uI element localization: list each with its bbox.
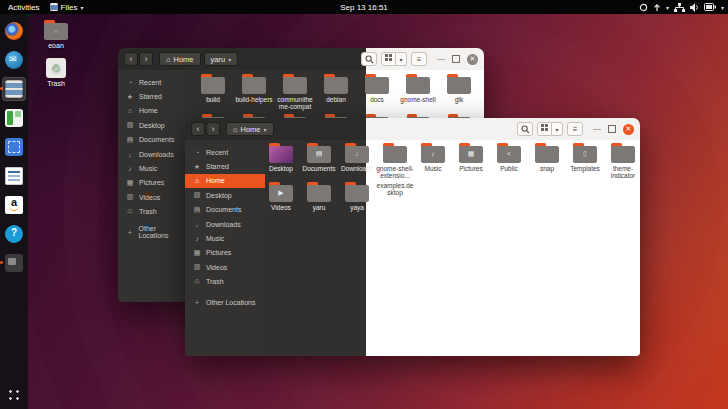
chevron-down-icon: ▾ bbox=[721, 4, 724, 11]
file-build-helpers[interactable]: build-helpers bbox=[234, 74, 274, 103]
sidebar-item-home[interactable]: ⌂Home bbox=[185, 174, 265, 188]
view-options-caret[interactable]: ▾ bbox=[396, 52, 407, 66]
dock-item-writer[interactable] bbox=[2, 164, 26, 188]
sidebar-item-pictures[interactable]: ▦Pictures bbox=[118, 176, 185, 190]
activities-button[interactable]: Activities bbox=[8, 3, 40, 12]
sidebar-item-starred[interactable]: ★Starred bbox=[118, 89, 185, 103]
file-gnome-shell[interactable]: gnome-shell bbox=[398, 74, 438, 103]
forward-button[interactable]: › bbox=[206, 122, 220, 136]
file-yaru[interactable]: yaru bbox=[299, 182, 339, 211]
hamburger-menu-icon[interactable]: ≡ bbox=[567, 122, 583, 136]
dock-item-calc[interactable] bbox=[2, 106, 26, 130]
network-icon[interactable] bbox=[674, 3, 685, 12]
back-button[interactable]: ‹ bbox=[191, 122, 205, 136]
status-circle-icon[interactable] bbox=[639, 3, 648, 12]
sidebar-item-videos[interactable]: ▥Videos bbox=[185, 260, 265, 274]
dock-item-thunderbird[interactable] bbox=[2, 48, 26, 72]
sidebar-item-starred[interactable]: ★Starred bbox=[185, 159, 265, 173]
sidebar-item-label: Starred bbox=[139, 93, 162, 100]
dock-item-show-apps[interactable] bbox=[2, 383, 26, 407]
file-label: Music bbox=[413, 165, 453, 172]
sidebar-item-documents[interactable]: ▤Documents bbox=[118, 133, 185, 147]
file-videos[interactable]: ▶Videos bbox=[261, 182, 301, 211]
titlebar[interactable]: ‹ › ⌂Homeyaru▾ ▾ ≡ — ✕ bbox=[118, 48, 484, 70]
sidebar-item-recent[interactable]: ◔Recent bbox=[185, 145, 265, 159]
sidebar-item-pictures[interactable]: ▦Pictures bbox=[185, 246, 265, 260]
hamburger-menu-icon[interactable]: ≡ bbox=[411, 52, 427, 66]
clock[interactable]: Sep 13 16:51 bbox=[340, 3, 388, 12]
file-build[interactable]: build bbox=[193, 74, 233, 103]
sidebar-item-downloads[interactable]: ↓Downloads bbox=[185, 217, 265, 231]
trash-icon: ♲ bbox=[43, 58, 69, 78]
desktop-icon-eoan[interactable]: ⌂eoan bbox=[34, 20, 78, 49]
sidebar-item-desktop[interactable]: ▧Desktop bbox=[118, 118, 185, 132]
sidebar-item-label: Other Locations bbox=[206, 299, 255, 306]
file-label: build-helpers bbox=[234, 96, 274, 103]
forward-button[interactable]: › bbox=[139, 52, 153, 66]
file-public[interactable]: <Public bbox=[489, 143, 529, 172]
maximize-button[interactable] bbox=[452, 55, 460, 63]
dock-item-firefox[interactable] bbox=[2, 19, 26, 43]
view-options-caret[interactable]: ▾ bbox=[552, 122, 563, 136]
battery-icon[interactable] bbox=[704, 3, 716, 11]
sidebar-item-videos[interactable]: ▥Videos bbox=[118, 190, 185, 204]
view-toggle-button[interactable]: ▾ bbox=[381, 52, 407, 66]
path-segment-home[interactable]: ⌂Home bbox=[159, 52, 201, 66]
path-segment-yaru[interactable]: yaru▾ bbox=[204, 52, 239, 66]
dock-item-files[interactable] bbox=[2, 77, 26, 101]
minimize-button[interactable]: — bbox=[437, 54, 445, 64]
folder-icon bbox=[344, 182, 370, 202]
titlebar[interactable]: ‹ › ⌂Home▾ ▾ ≡ — ✕ bbox=[185, 118, 640, 140]
file-pictures[interactable]: ▦Pictures bbox=[451, 143, 491, 172]
file-yaya[interactable]: yaya bbox=[337, 182, 377, 211]
maximize-button[interactable] bbox=[608, 125, 616, 133]
path-segment-home[interactable]: ⌂Home▾ bbox=[226, 122, 274, 136]
file-downloads[interactable]: ↓Downloads bbox=[337, 143, 377, 172]
sidebar-item-trash[interactable]: ♲Trash bbox=[185, 275, 265, 289]
file-gnome-shell-extensio[interactable]: gnome-shell-extensio... bbox=[375, 143, 415, 180]
file-label: theme-indicator bbox=[603, 165, 640, 180]
close-button[interactable]: ✕ bbox=[623, 124, 634, 135]
file-desktop[interactable]: Desktop bbox=[261, 143, 301, 172]
search-icon[interactable] bbox=[361, 52, 377, 66]
folder-icon: ▶ bbox=[268, 182, 294, 202]
sidebar-item-recent[interactable]: ◔Recent bbox=[118, 75, 185, 89]
sidebar-item-desktop[interactable]: ▧Desktop bbox=[185, 188, 265, 202]
file-gtk[interactable]: gtk bbox=[439, 74, 479, 103]
sidebar-item-home[interactable]: ⌂Home bbox=[118, 104, 185, 118]
sidebar-item-downloads[interactable]: ↓Downloads bbox=[118, 147, 185, 161]
file-communitheme-compat[interactable]: communitheme-compat bbox=[275, 74, 315, 111]
view-toggle-button[interactable]: ▾ bbox=[537, 122, 563, 136]
minimize-button[interactable]: — bbox=[593, 124, 601, 134]
sidebar-item-trash[interactable]: ♲Trash bbox=[118, 205, 185, 219]
desktop-icon-trash[interactable]: ♲Trash bbox=[34, 58, 78, 87]
close-button[interactable]: ✕ bbox=[467, 54, 478, 65]
app-menu[interactable]: Files ▾ bbox=[50, 3, 84, 12]
chevron-down-icon: ▾ bbox=[80, 4, 83, 11]
upload-arrow-icon[interactable] bbox=[653, 3, 661, 12]
file-music[interactable]: ♪Music bbox=[413, 143, 453, 172]
file-theme-indicator[interactable]: theme-indicator bbox=[603, 143, 640, 180]
file-documents[interactable]: ▤Documents bbox=[299, 143, 339, 172]
back-button[interactable]: ‹ bbox=[124, 52, 138, 66]
sidebar-item-label: Pictures bbox=[206, 249, 231, 256]
file-label: Pictures bbox=[451, 165, 491, 172]
sidebar-item-music[interactable]: ♪Music bbox=[185, 231, 265, 245]
dock-item-theme[interactable] bbox=[2, 251, 26, 275]
sidebar-item-documents[interactable]: ▤Documents bbox=[185, 203, 265, 217]
dock-item-amazon[interactable] bbox=[2, 193, 26, 217]
file-examples-desktop[interactable]: examples.desktop bbox=[375, 182, 415, 197]
sidebar-item-music[interactable]: ♪Music bbox=[118, 161, 185, 175]
dock-item-software[interactable] bbox=[2, 135, 26, 159]
file-docs[interactable]: docs bbox=[357, 74, 397, 103]
file-debian[interactable]: debian bbox=[316, 74, 356, 103]
video-emblem-icon: ▶ bbox=[269, 185, 293, 202]
sidebar-item-other-locations[interactable]: +Other Locations bbox=[118, 225, 185, 239]
files-app-icon bbox=[50, 3, 58, 11]
sidebar-item-other-locations[interactable]: +Other Locations bbox=[185, 295, 265, 309]
file-snap[interactable]: snap bbox=[527, 143, 567, 172]
file-templates[interactable]: ▯Templates bbox=[565, 143, 605, 172]
dock-item-help[interactable] bbox=[2, 222, 26, 246]
search-icon[interactable] bbox=[517, 122, 533, 136]
volume-icon[interactable] bbox=[690, 3, 699, 12]
